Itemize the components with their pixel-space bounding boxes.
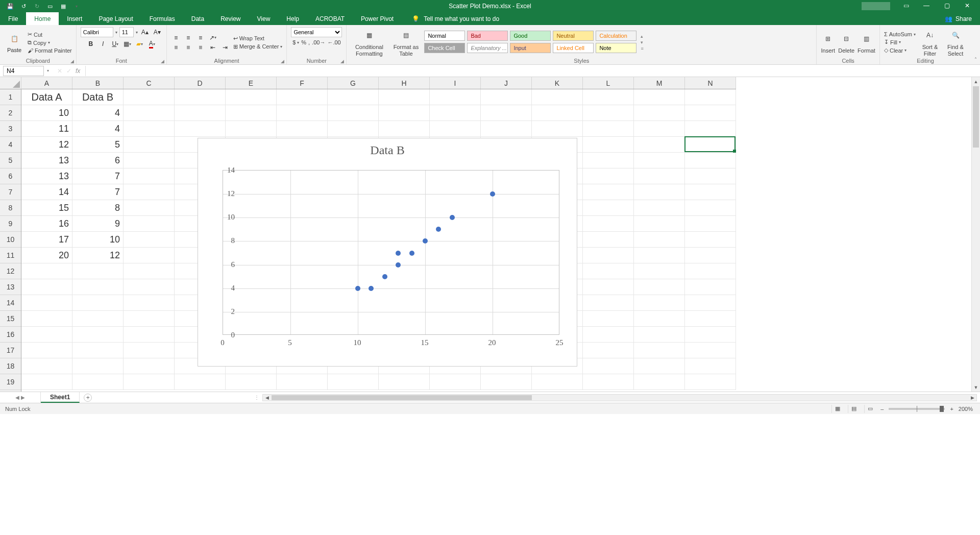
- row-header-6[interactable]: 6: [0, 168, 21, 184]
- cell-N1[interactable]: [685, 89, 736, 105]
- ribbon-display-icon[interactable]: ▭: [901, 2, 911, 10]
- cells-area[interactable]: Data AData B1041141251361371471581691710…: [21, 89, 736, 392]
- cell-style-explanatory-[interactable]: Explanatory ...: [467, 43, 508, 53]
- wrap-text-button[interactable]: ↩Wrap Text: [233, 35, 283, 42]
- cell-A7[interactable]: 14: [21, 184, 72, 200]
- cell-A9[interactable]: 16: [21, 216, 72, 232]
- cell-A13[interactable]: [21, 279, 72, 295]
- cell-K3[interactable]: [532, 121, 583, 137]
- cell-E2[interactable]: [226, 105, 277, 121]
- name-box-dropdown-icon[interactable]: ▾: [44, 68, 52, 73]
- decrease-font-icon[interactable]: A▾: [152, 28, 162, 37]
- dialog-launcher-icon[interactable]: ◢: [281, 59, 284, 64]
- cut-button[interactable]: ✂Cut: [28, 31, 72, 38]
- sheet-nav[interactable]: ◀ ▶: [0, 392, 41, 403]
- cell-N2[interactable]: [685, 105, 736, 121]
- cell-B8[interactable]: 8: [72, 200, 124, 216]
- cell-L5[interactable]: [583, 153, 634, 168]
- cell-F19[interactable]: [277, 374, 328, 390]
- cell-L9[interactable]: [583, 216, 634, 232]
- tellme-text[interactable]: Tell me what you want to do: [424, 15, 499, 22]
- cell-N15[interactable]: [685, 311, 736, 327]
- data-point[interactable]: [396, 251, 401, 256]
- cell-L19[interactable]: [583, 374, 634, 390]
- cell-L11[interactable]: [583, 248, 634, 263]
- cell-C3[interactable]: [124, 121, 175, 137]
- row-headers[interactable]: 12345678910111213141516171819: [0, 89, 21, 392]
- cell-A8[interactable]: 15: [21, 200, 72, 216]
- cell-A3[interactable]: 11: [21, 121, 72, 137]
- enter-formula-icon[interactable]: ✓: [66, 67, 71, 75]
- zoom-slider[interactable]: [889, 408, 945, 410]
- qat-customize-icon[interactable]: ▾: [72, 2, 81, 10]
- italic-button[interactable]: I: [98, 39, 108, 48]
- align-left-icon[interactable]: ≡: [171, 43, 181, 52]
- cell-F1[interactable]: [277, 89, 328, 105]
- cell-B1[interactable]: Data B: [72, 89, 124, 105]
- dialog-launcher-icon[interactable]: ◢: [161, 59, 164, 64]
- cell-B2[interactable]: 4: [72, 105, 124, 121]
- tab-review[interactable]: Review: [212, 12, 249, 25]
- percent-button[interactable]: %: [301, 39, 306, 45]
- col-header-E[interactable]: E: [226, 77, 277, 89]
- new-file-icon[interactable]: ▭: [46, 2, 54, 10]
- cell-E1[interactable]: [226, 89, 277, 105]
- cell-B7[interactable]: 7: [72, 184, 124, 200]
- format-as-table-icon[interactable]: ▤: [399, 28, 413, 42]
- font-name-dropdown-icon[interactable]: ▾: [115, 30, 117, 35]
- cell-style-neutral[interactable]: Neutral: [553, 31, 594, 41]
- format-icon[interactable]: ▥: [860, 32, 874, 46]
- cell-N3[interactable]: [685, 121, 736, 137]
- cell-A10[interactable]: 17: [21, 232, 72, 248]
- cell-N16[interactable]: [685, 327, 736, 343]
- cell-B4[interactable]: 5: [72, 137, 124, 153]
- format-as-table-button[interactable]: Format as Table: [390, 44, 421, 56]
- cell-B16[interactable]: [72, 327, 124, 343]
- tab-formulas[interactable]: Formulas: [141, 12, 183, 25]
- row-header-7[interactable]: 7: [0, 184, 21, 200]
- copy-button[interactable]: ⧉Copy▾: [28, 39, 72, 46]
- cell-C17[interactable]: [124, 343, 175, 358]
- zoom-out-button[interactable]: –: [880, 406, 884, 412]
- table-icon[interactable]: ▦: [59, 2, 67, 10]
- cell-H3[interactable]: [379, 121, 430, 137]
- cell-M9[interactable]: [634, 216, 685, 232]
- cell-E19[interactable]: [226, 374, 277, 390]
- zoom-level[interactable]: 200%: [959, 406, 973, 412]
- cell-B11[interactable]: 12: [72, 248, 124, 263]
- gallery-more-icon[interactable]: ≡: [641, 46, 643, 51]
- cell-K1[interactable]: [532, 89, 583, 105]
- cell-H2[interactable]: [379, 105, 430, 121]
- name-box[interactable]: [3, 66, 44, 76]
- undo-icon[interactable]: ↺: [19, 2, 28, 10]
- cell-B3[interactable]: 4: [72, 121, 124, 137]
- cell-A16[interactable]: [21, 327, 72, 343]
- cell-A11[interactable]: 20: [21, 248, 72, 263]
- row-header-12[interactable]: 12: [0, 263, 21, 279]
- cell-I3[interactable]: [430, 121, 481, 137]
- cell-L15[interactable]: [583, 311, 634, 327]
- cell-M17[interactable]: [634, 343, 685, 358]
- cell-M13[interactable]: [634, 279, 685, 295]
- scroll-up-icon[interactable]: ▲: [972, 77, 980, 86]
- zoom-in-button[interactable]: +: [950, 406, 953, 412]
- cell-G1[interactable]: [328, 89, 379, 105]
- cell-L8[interactable]: [583, 200, 634, 216]
- cell-M1[interactable]: [634, 89, 685, 105]
- row-header-8[interactable]: 8: [0, 200, 21, 216]
- align-center-icon[interactable]: ≡: [183, 43, 193, 52]
- view-page-break-icon[interactable]: ▭: [864, 405, 875, 413]
- cell-N13[interactable]: [685, 279, 736, 295]
- cell-styles-gallery[interactable]: NormalBadGoodNeutralCalculationCheck Cel…: [424, 31, 638, 54]
- format-button[interactable]: Format: [857, 47, 875, 54]
- redo-icon[interactable]: ↻: [33, 2, 41, 10]
- row-header-14[interactable]: 14: [0, 295, 21, 311]
- bold-button[interactable]: B: [86, 39, 96, 48]
- data-point[interactable]: [382, 274, 387, 279]
- cell-L12[interactable]: [583, 263, 634, 279]
- row-header-15[interactable]: 15: [0, 311, 21, 327]
- cell-K19[interactable]: [532, 374, 583, 390]
- cell-style-good[interactable]: Good: [510, 31, 551, 41]
- align-top-icon[interactable]: ≡: [171, 34, 181, 42]
- col-header-F[interactable]: F: [277, 77, 328, 89]
